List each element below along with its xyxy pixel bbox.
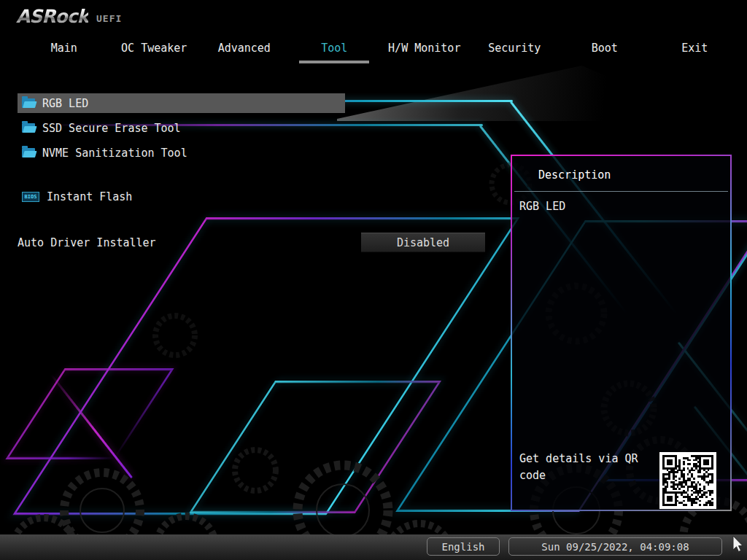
description-text: RGB LED [512,192,730,221]
uefi-label: UEFI [96,13,122,24]
menu-item-label: Auto Driver Installer [18,236,156,249]
description-panel: Description RGB LED Get details via QR c… [511,155,732,511]
gray-wedge-decoration [337,66,651,121]
menu-item-instant-flash[interactable]: BIOS Instant Flash [18,187,132,206]
description-panel-title: Description [512,168,730,182]
menu-item-auto-driver-installer[interactable]: Auto Driver Installer [18,233,156,252]
menu-item-label: RGB LED [42,97,88,110]
menu-item-ssd-secure-erase[interactable]: SSD Secure Erase Tool [18,118,181,138]
qr-caption: Get details via QR code [519,451,658,484]
neon-parallelogram [13,217,520,515]
menu-item-label: Instant Flash [47,190,132,203]
tab-oc-tweaker[interactable]: OC Tweaker [109,39,200,61]
neon-parallelogram [5,368,174,459]
asrock-logo: ASRock [16,6,88,27]
neon-line [50,374,133,479]
folder-icon [22,98,35,108]
language-button[interactable]: English [427,537,500,556]
folder-icon [22,123,35,133]
folder-icon [22,148,35,158]
menu-item-nvme-sanitization[interactable]: NVME Sanitization Tool [18,143,187,163]
tab-exit[interactable]: Exit [650,39,740,61]
qr-code [659,452,716,509]
tab-advanced[interactable]: Advanced [199,39,290,61]
tab-main[interactable]: Main [19,39,109,61]
nav-tab-bar: Main OC Tweaker Advanced Tool H/W Monito… [19,39,740,61]
menu-item-label: NVME Sanitization Tool [42,147,187,160]
datetime-display[interactable]: Sun 09/25/2022, 04:09:08 [508,537,722,556]
tab-hw-monitor[interactable]: H/W Monitor [379,39,470,61]
tab-boot[interactable]: Boot [560,39,650,61]
mouse-cursor [732,536,744,553]
menu-item-label: SSD Secure Erase Tool [42,122,181,135]
tab-tool[interactable]: Tool [290,39,380,61]
bios-chip-icon: BIOS [22,192,39,202]
auto-driver-installer-value-button[interactable]: Disabled [361,233,485,252]
menu-item-rgb-led[interactable]: RGB LED [18,93,345,113]
neon-parallelogram [189,381,441,513]
tab-security[interactable]: Security [470,39,560,61]
